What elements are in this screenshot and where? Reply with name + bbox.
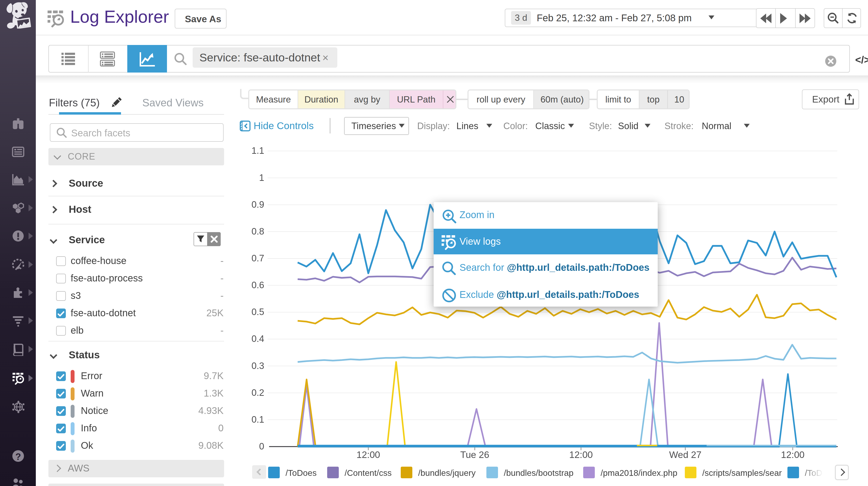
svg-text:Wed 27: Wed 27 xyxy=(669,450,702,460)
svg-text:0.7: 0.7 xyxy=(251,253,264,263)
svg-text:0.8: 0.8 xyxy=(251,226,264,236)
svg-text:0.1: 0.1 xyxy=(251,414,264,425)
svg-text:Tue 26: Tue 26 xyxy=(460,450,489,460)
svg-text:0.2: 0.2 xyxy=(251,388,264,398)
svg-text:0: 0 xyxy=(259,441,264,451)
svg-text:12:00: 12:00 xyxy=(781,450,805,460)
svg-text:12:00: 12:00 xyxy=(356,450,380,460)
svg-text:12:00: 12:00 xyxy=(569,450,593,460)
svg-text:0.9: 0.9 xyxy=(251,199,264,209)
svg-text:0.5: 0.5 xyxy=(251,307,264,317)
svg-text:0.3: 0.3 xyxy=(251,361,264,371)
svg-text:1.1: 1.1 xyxy=(251,145,264,156)
svg-text:0.4: 0.4 xyxy=(251,334,264,344)
svg-text:1: 1 xyxy=(259,173,264,183)
svg-text:0.6: 0.6 xyxy=(251,280,264,290)
